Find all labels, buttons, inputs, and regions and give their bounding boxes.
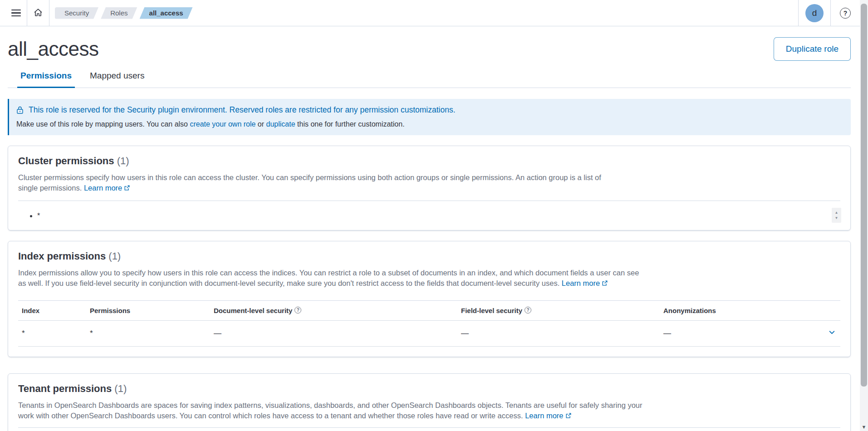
window-scrollbar[interactable]: ▼ xyxy=(860,0,868,431)
external-link-icon xyxy=(602,280,608,286)
chevron-down-icon xyxy=(828,328,836,336)
menu-button[interactable] xyxy=(5,0,27,26)
panel-title-text: Tenant permissions xyxy=(18,383,112,394)
index-permissions-table: Index Permissions Document-level securit… xyxy=(18,300,840,347)
home-icon xyxy=(33,7,43,19)
tenant-permissions-description: Tenants in OpenSearch Dashboards are spa… xyxy=(18,400,650,421)
cell-document-level-security: — xyxy=(210,321,457,347)
tenant-permissions-panel: Tenant permissions (1) Tenants in OpenSe… xyxy=(8,373,851,431)
lock-icon xyxy=(16,106,24,114)
list-scroll-stepper[interactable]: ▲ ▼ xyxy=(832,208,841,223)
callout-body: Make use of this role by mapping users. … xyxy=(16,120,842,128)
cluster-permission-item: * xyxy=(37,212,840,220)
expand-row-button[interactable] xyxy=(828,328,836,338)
scrollbar-thumb[interactable] xyxy=(861,4,867,387)
info-icon[interactable]: ? xyxy=(525,307,531,313)
cell-field-level-security: — xyxy=(457,321,660,347)
tenant-permissions-title: Tenant permissions (1) xyxy=(18,383,840,395)
column-header-index: Index xyxy=(18,301,86,321)
cell-index: * xyxy=(18,321,86,347)
panel-title-text: Index permissions xyxy=(18,250,106,262)
index-permissions-title: Index permissions (1) xyxy=(18,250,840,262)
column-header-text: Anonymizations xyxy=(663,307,716,314)
cluster-learn-more-link[interactable]: Learn more xyxy=(84,184,130,192)
duplicate-role-button[interactable]: Duplicate role xyxy=(774,37,851,61)
callout-body-text: or xyxy=(255,120,266,128)
panel-divider xyxy=(18,201,840,201)
duplicate-link[interactable]: duplicate xyxy=(266,120,295,128)
external-link-icon xyxy=(124,185,130,191)
info-icon[interactable]: ? xyxy=(294,307,301,313)
column-header-text: Permissions xyxy=(90,307,130,314)
learn-more-text: Learn more xyxy=(525,411,563,420)
tenant-learn-more-link[interactable]: Learn more xyxy=(525,411,571,420)
breadcrumb: Security Roles all_access xyxy=(55,7,193,19)
page-header: all_access Duplicate role xyxy=(8,26,851,61)
breadcrumb-all-access: all_access xyxy=(140,7,193,19)
column-header-field-level-security: Field-level security? xyxy=(457,301,660,321)
callout-body-text: Make use of this role by mapping users. … xyxy=(16,120,190,128)
stepper-up-icon[interactable]: ▲ xyxy=(835,211,839,215)
cell-anonymizations: — xyxy=(660,321,819,347)
user-avatar[interactable]: d xyxy=(805,4,824,22)
scrollbar-down-arrow[interactable]: ▼ xyxy=(860,425,868,430)
tab-permissions[interactable]: Permissions xyxy=(17,67,75,88)
index-permissions-description: Index permissions allow you to specify h… xyxy=(18,268,643,289)
description-text: Index permissions allow you to specify h… xyxy=(18,269,639,287)
table-header-row: Index Permissions Document-level securit… xyxy=(18,301,840,321)
learn-more-text: Learn more xyxy=(562,279,600,287)
header-divider xyxy=(830,0,831,26)
create-your-own-role-link[interactable]: create your own role xyxy=(190,120,255,128)
cluster-permissions-panel: Cluster permissions (1) Cluster permissi… xyxy=(8,146,851,230)
header-right-section: d ? xyxy=(798,0,860,26)
help-button[interactable]: ? xyxy=(840,8,851,19)
reserved-role-callout: This role is reserved for the Security p… xyxy=(8,99,851,135)
header-divider xyxy=(798,0,799,26)
column-header-expander xyxy=(819,301,840,321)
callout-title-row: This role is reserved for the Security p… xyxy=(16,105,842,115)
hamburger-icon xyxy=(11,8,21,19)
column-header-anonymizations: Anonymizations xyxy=(660,301,819,321)
app-header: Security Roles all_access d ? xyxy=(0,0,868,26)
panel-title-text: Cluster permissions xyxy=(18,155,114,167)
column-header-permissions: Permissions xyxy=(86,301,210,321)
breadcrumb-security[interactable]: Security xyxy=(55,7,98,19)
column-header-text: Document-level security xyxy=(214,307,292,314)
browser-viewport: Security Roles all_access d ? all_access… xyxy=(0,0,868,431)
tab-bar: Permissions Mapped users xyxy=(8,67,851,88)
column-header-text: Index xyxy=(22,307,39,314)
main-content: all_access Duplicate role Permissions Ma… xyxy=(8,26,851,431)
cell-permissions: * xyxy=(86,321,210,347)
help-icon: ? xyxy=(843,10,848,17)
callout-body-text: this one for further customization. xyxy=(295,120,405,128)
learn-more-text: Learn more xyxy=(84,184,122,192)
index-permissions-panel: Index permissions (1) Index permissions … xyxy=(8,241,851,357)
cluster-permissions-count: (1) xyxy=(117,155,129,167)
panel-divider xyxy=(18,427,840,428)
cluster-permissions-description: Cluster permissions specify how users in… xyxy=(18,172,610,193)
tenant-permissions-count: (1) xyxy=(114,383,127,394)
index-learn-more-link[interactable]: Learn more xyxy=(562,279,608,287)
tab-mapped-users[interactable]: Mapped users xyxy=(87,67,147,88)
index-permissions-count: (1) xyxy=(108,250,121,262)
cluster-permission-list: * xyxy=(18,212,840,220)
external-link-icon xyxy=(565,412,572,419)
column-header-text: Field-level security xyxy=(461,307,522,314)
page-title: all_access xyxy=(8,38,98,60)
breadcrumb-roles[interactable]: Roles xyxy=(101,7,137,19)
cluster-permissions-title: Cluster permissions (1) xyxy=(18,155,840,167)
home-button[interactable] xyxy=(27,0,49,26)
header-divider xyxy=(49,0,49,26)
table-row: * * — — — xyxy=(18,321,840,347)
callout-title-text: This role is reserved for the Security p… xyxy=(29,105,456,115)
column-header-document-level-security: Document-level security? xyxy=(210,301,457,321)
stepper-down-icon[interactable]: ▼ xyxy=(835,216,839,220)
